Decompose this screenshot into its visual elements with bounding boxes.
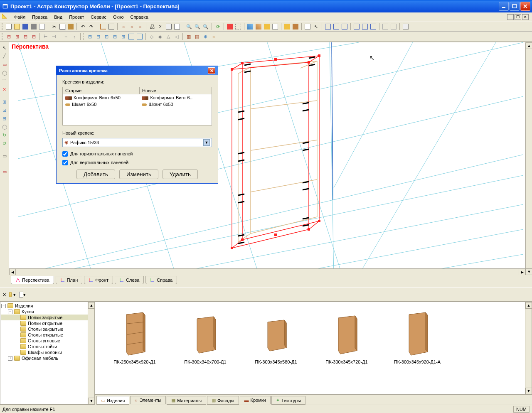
tool-l-icon[interactable] <box>99 23 107 30</box>
layout1-icon[interactable] <box>324 23 332 30</box>
report-icon[interactable] <box>173 23 181 30</box>
catalog-item[interactable]: ПК-300х345х920-Д1-А <box>390 310 444 386</box>
mat4-icon[interactable]: ⟐ <box>210 33 217 40</box>
dim4-icon[interactable]: ↕ <box>71 33 78 40</box>
chevron-down-icon[interactable]: ▼ <box>203 139 210 146</box>
paste-icon[interactable] <box>67 23 74 30</box>
delete-button[interactable]: Удалить <box>163 170 198 179</box>
lt-f-icon[interactable]: ↺ <box>1 140 8 147</box>
print-icon[interactable] <box>30 23 37 30</box>
cat-tab-textures[interactable]: ✦Текстуры <box>271 396 305 405</box>
scroll-up-icon[interactable]: ▲ <box>526 42 532 49</box>
catalog-item[interactable]: ПК-300х345х580-Д1 <box>249 310 303 386</box>
tab-right[interactable]: Справа <box>145 276 177 284</box>
menu-window[interactable]: Окно <box>110 14 127 20</box>
snap2-icon[interactable] <box>234 23 242 30</box>
op7-icon[interactable] <box>136 33 143 40</box>
copy-icon[interactable] <box>59 23 66 30</box>
scroll-left-icon[interactable]: ◀ <box>9 269 16 275</box>
close-panel-icon[interactable]: ✕ <box>2 292 6 297</box>
browse-folder-icon[interactable]: ▾ <box>9 291 16 298</box>
shape3-icon[interactable]: △ <box>165 33 172 40</box>
dim1-icon[interactable]: ⊢ <box>42 33 49 40</box>
op2-icon[interactable]: ⊟ <box>94 33 102 40</box>
op5-icon[interactable]: ⊞ <box>119 33 127 40</box>
fastener-select[interactable]: ◉ Рафикс 15/34 ▼ <box>62 138 212 147</box>
tool-rect-icon[interactable] <box>108 23 115 30</box>
lt-a-icon[interactable]: ⊞ <box>1 98 8 106</box>
lt-c-icon[interactable]: ⊟ <box>1 115 8 122</box>
cursor-icon[interactable]: ↖ <box>312 23 320 30</box>
menu-file[interactable]: Файл <box>11 14 29 20</box>
tree-item[interactable]: Столы угловые <box>1 338 94 344</box>
mdi-close[interactable]: ✕ <box>522 14 529 20</box>
select-tool-icon[interactable]: ↖ <box>1 44 8 52</box>
view4-icon[interactable] <box>271 23 279 30</box>
zoom-fit-icon[interactable]: 🔍 <box>202 23 209 30</box>
circle-tool-icon[interactable]: ◯ <box>1 69 8 76</box>
scrollbar-horizontal[interactable]: ◀ ▶ <box>9 268 525 275</box>
panel-toggle-icon[interactable] <box>402 23 409 30</box>
scroll-down-icon[interactable]: ▼ <box>526 268 532 275</box>
check-horizontal[interactable]: Для горизонтальных панелей <box>62 151 212 157</box>
tree-item[interactable]: Столы открытые <box>1 332 94 338</box>
menu-help[interactable]: Справка <box>127 14 152 20</box>
fastener-table[interactable]: СтарыеНовые Конфирмат Винт 6х50Конфирмат… <box>62 87 212 125</box>
mat2-icon[interactable]: ▤ <box>193 33 201 40</box>
layout2-icon[interactable] <box>332 23 340 30</box>
menu-edit[interactable]: Правка <box>29 14 51 20</box>
mat3-icon[interactable]: ⊕ <box>202 33 209 40</box>
preview-icon[interactable] <box>38 23 46 30</box>
zoom-out-icon[interactable]: 🔍 <box>194 23 201 30</box>
menu-service[interactable]: Сервис <box>87 14 110 20</box>
op1-icon[interactable]: ⊞ <box>86 33 94 40</box>
op6-icon[interactable] <box>128 33 135 40</box>
open-icon[interactable] <box>13 23 21 30</box>
mdi-restore[interactable]: ❐ <box>515 14 521 20</box>
scroll-right-icon[interactable]: ▶ <box>519 269 525 275</box>
view1-icon[interactable] <box>246 23 254 30</box>
view5-icon[interactable] <box>283 23 291 30</box>
op3-icon[interactable]: ⊡ <box>103 33 110 40</box>
tab-perspective[interactable]: Перспектива <box>11 276 54 284</box>
shape1-icon[interactable]: ◇ <box>148 33 155 40</box>
dialog-titlebar[interactable]: Расстановка крепежа ✕ <box>57 66 218 75</box>
catalog-scrollbar[interactable]: ▲ ▼ <box>525 302 532 394</box>
minimize-button[interactable] <box>499 2 509 11</box>
table-row[interactable]: Шкант 6х50Шкант 6х50 <box>63 101 212 108</box>
delete-tool-icon[interactable]: ✕ <box>1 86 8 93</box>
dialog-close-button[interactable]: ✕ <box>208 67 215 74</box>
hierarchy-icon[interactable]: 品 <box>148 23 156 30</box>
layout4-icon[interactable] <box>353 23 360 30</box>
tab-front[interactable]: Фронт <box>84 276 113 284</box>
add-button[interactable]: Добавить <box>76 170 115 179</box>
tree-item[interactable]: Столы-стойки <box>1 344 94 349</box>
tree-item[interactable]: Полки закрытые <box>1 315 94 320</box>
line-tool-icon[interactable]: ╱ <box>1 52 8 60</box>
scroll-down-icon[interactable]: ▼ <box>525 388 532 394</box>
calc-icon[interactable] <box>165 23 172 30</box>
fastener3-icon[interactable]: ⟐ <box>136 23 144 30</box>
view3-icon[interactable] <box>263 23 271 30</box>
shape2-icon[interactable]: ◆ <box>156 33 164 40</box>
maximize-button[interactable] <box>510 2 520 11</box>
table-row[interactable]: Конфирмат Винт 6х50Конфирмат Винт 6... <box>63 94 212 101</box>
tree-root[interactable]: −Изделия <box>1 303 94 309</box>
lt-b-icon[interactable]: ⊡ <box>1 106 8 114</box>
mdi-minimize[interactable]: _ <box>507 14 514 20</box>
undo-icon[interactable]: ↶ <box>79 23 86 30</box>
scroll-down-icon[interactable]: ▼ <box>88 398 95 404</box>
layout5-icon[interactable] <box>361 23 369 30</box>
gripper[interactable] <box>2 23 3 30</box>
layout6-icon[interactable] <box>369 23 377 30</box>
lt-g-icon[interactable]: ▭ <box>1 152 8 160</box>
redo-icon[interactable]: ↷ <box>87 23 95 30</box>
lt-e-icon[interactable]: ↻ <box>1 131 8 139</box>
catalog-item[interactable]: ПК-250х345х920-Д1 <box>108 310 162 386</box>
tool-d-icon[interactable]: ⊟ <box>30 33 37 40</box>
cut-icon[interactable]: ✂ <box>50 23 58 30</box>
tree-item[interactable]: Шкафы-колонки <box>1 349 94 355</box>
menu-view[interactable]: Вид <box>51 14 66 20</box>
tool-b-icon[interactable]: ⊞ <box>13 33 21 40</box>
catalog-item[interactable]: ПК-300х340х700-Д1 <box>178 310 232 386</box>
